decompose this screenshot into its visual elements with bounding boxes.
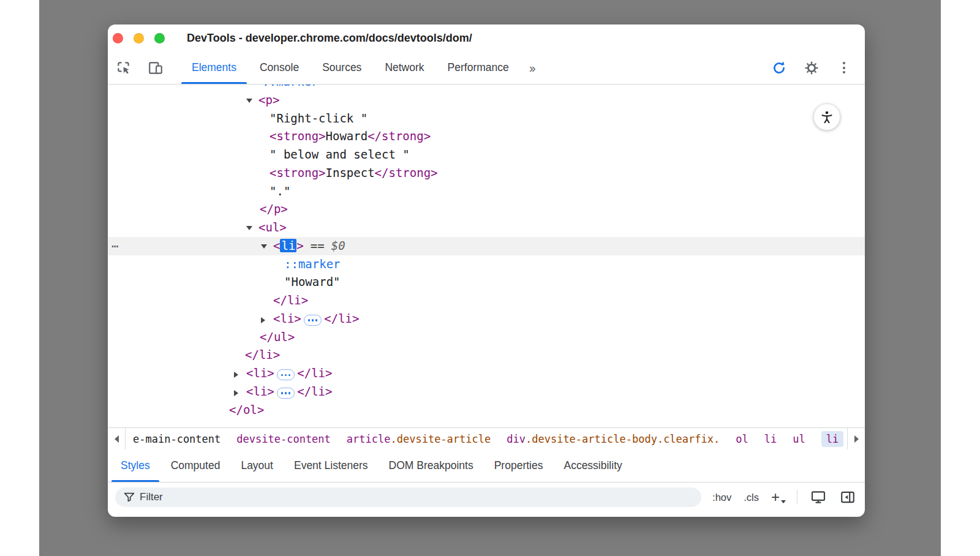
breadcrumb-item[interactable]: div.devsite-article-body.clearfix. [507,433,720,445]
device-toolbar-icon[interactable] [147,59,164,77]
styles-filter-bar: :hov .cls + [108,483,865,512]
tree-row[interactable]: "." [108,182,865,201]
breadcrumb-item[interactable]: li [764,433,777,445]
accessibility-button[interactable] [813,103,840,130]
sync-icon[interactable] [771,59,788,77]
marker-pseudo-element[interactable]: ::marker [262,85,318,88]
traffic-lights [108,33,165,43]
node-menu-ellipsis[interactable]: … [111,235,119,253]
kebab-menu-icon[interactable] [835,59,853,77]
tab-network[interactable]: Network [373,51,435,84]
tree-row[interactable]: <ul> [108,219,865,237]
divider [797,490,797,505]
breadcrumb-item[interactable]: ol [736,433,748,445]
filter-input[interactable] [115,487,701,507]
panel-tabs: Elements Console Sources Network Perform… [180,51,543,84]
tree-row[interactable]: </ol> [108,401,865,419]
sidebar-tabs: Styles Computed Layout Event Listeners D… [108,449,865,483]
breadcrumb-scroll-left-icon[interactable] [108,428,126,449]
dom-tree: ::marker <p> "Right-click " <strong>Howa… [108,85,865,427]
devtools-toolbar: Elements Console Sources Network Perform… [108,51,865,85]
breadcrumb-item-current[interactable]: li [821,431,843,447]
collapse-arrow-icon[interactable] [246,219,258,237]
expand-arrow-icon[interactable] [234,383,246,401]
breadcrumb: e-main-content devsite-content article.d… [126,428,847,449]
console-reference: $0 [331,239,345,252]
tree-row[interactable]: </li> [108,346,865,364]
devtools-window: DevTools - developer.chrome.com/docs/dev… [108,24,865,517]
tab-dom-breakpoints[interactable]: DOM Breakpoints [379,449,484,482]
expand-arrow-icon[interactable] [261,310,273,328]
toggle-element-state-button[interactable]: :hov [712,492,731,503]
tree-row[interactable]: ::marker [108,255,865,274]
breadcrumb-item[interactable]: e-main-content [133,433,221,445]
tab-layout[interactable]: Layout [230,449,284,482]
tab-properties[interactable]: Properties [484,449,554,482]
rendering-emulations-icon[interactable] [810,489,827,506]
expand-ellipsis-button[interactable] [304,315,322,326]
tree-row-selected[interactable]: …<li>==$0 [108,237,865,255]
expand-ellipsis-button[interactable] [277,369,295,380]
breadcrumb-item[interactable]: devsite-content [236,433,331,445]
breadcrumb-item[interactable]: article.devsite-article [347,433,491,445]
collapse-arrow-icon[interactable] [246,91,258,110]
tree-row[interactable]: "Howard" [108,273,865,291]
tree-row[interactable]: </p> [108,200,865,219]
tree-row[interactable]: <li></li> [108,310,865,328]
breadcrumb-scroll-right-icon[interactable] [847,428,865,449]
tree-row[interactable]: " below and select " [108,146,865,164]
new-style-rule-button[interactable]: + [771,491,785,503]
collapse-arrow-icon[interactable] [261,237,273,255]
tab-accessibility[interactable]: Accessibility [553,449,632,482]
tab-computed[interactable]: Computed [160,449,231,482]
funnel-icon [123,490,136,506]
tab-event-listeners[interactable]: Event Listeners [284,449,379,482]
tree-row[interactable]: <strong>Howard</strong> [108,127,865,146]
minimize-window-button[interactable] [134,33,144,43]
close-window-button[interactable] [113,33,123,43]
sidebar-toggle-icon[interactable] [839,489,856,506]
marker-pseudo-element[interactable]: ::marker [284,257,341,271]
tree-row[interactable]: <li></li> [108,383,865,401]
expand-arrow-icon[interactable] [234,364,246,383]
tab-console[interactable]: Console [248,51,311,84]
more-tabs-chevron-icon[interactable]: ›› [521,51,543,84]
gear-icon[interactable] [803,59,820,77]
tree-row[interactable]: </li> [108,291,865,310]
tab-sources[interactable]: Sources [311,51,373,84]
tree-row[interactable]: <strong>Inspect</strong> [108,164,865,182]
accessibility-person-icon [820,110,834,124]
tab-elements[interactable]: Elements [180,51,248,84]
tree-row[interactable]: "Right-click " [108,110,865,128]
zoom-window-button[interactable] [154,33,165,43]
tab-styles[interactable]: Styles [110,449,160,482]
tree-row[interactable]: <p> [108,91,865,110]
window-title: DevTools - developer.chrome.com/docs/dev… [187,32,472,45]
inspect-icon[interactable] [115,59,132,77]
titlebar: DevTools - developer.chrome.com/docs/dev… [108,24,865,51]
expand-ellipsis-button[interactable] [277,388,295,399]
breadcrumb-item[interactable]: ul [793,433,805,445]
tree-row[interactable]: ::marker [108,85,865,91]
selected-tag-name[interactable]: li [280,239,296,252]
tree-row[interactable]: </ul> [108,328,865,347]
breadcrumb-bar: e-main-content devsite-content article.d… [108,427,865,449]
element-classes-button[interactable]: .cls [744,492,759,503]
tab-performance[interactable]: Performance [436,51,521,84]
tree-row[interactable]: <li></li> [108,364,865,383]
